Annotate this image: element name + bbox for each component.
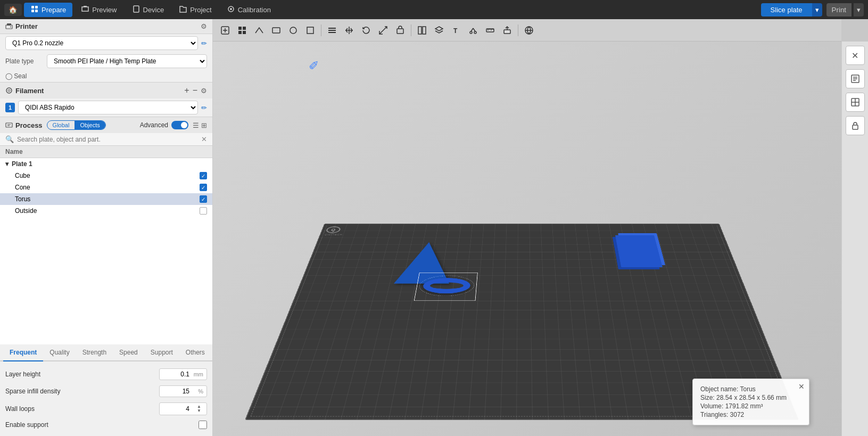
tab-others[interactable]: Others <box>179 344 211 361</box>
info-tooltip-close-button[interactable]: ✕ <box>798 382 805 391</box>
tab-project[interactable]: Project <box>172 3 218 17</box>
svg-point-6 <box>230 8 232 10</box>
slice-plate-button[interactable]: Slice plate <box>761 3 812 17</box>
svg-rect-2 <box>31 10 34 12</box>
toolbar-layers-icon[interactable] <box>431 22 447 38</box>
tree-item-outside[interactable]: Outside <box>0 205 212 217</box>
svg-rect-49 <box>853 125 858 129</box>
right-panel-close-button[interactable]: ✕ <box>846 46 865 65</box>
outside-checkbox[interactable] <box>200 207 207 215</box>
cone-label: Cone <box>15 184 30 191</box>
tab-calibration[interactable]: Calibration <box>220 3 277 17</box>
tab-prepare[interactable]: Prepare <box>24 3 72 17</box>
tree-item-cube[interactable]: Cube ✓ <box>0 170 212 182</box>
torus-checkbox[interactable]: ✓ <box>200 195 207 203</box>
preview-icon <box>81 5 89 15</box>
toolbar-text-icon[interactable]: T <box>448 22 464 38</box>
toggle-objects-button[interactable]: Objects <box>75 121 105 129</box>
cube-object[interactable] <box>615 235 663 267</box>
tree-item-torus[interactable]: Torus ✓ <box>0 193 212 205</box>
filament-select[interactable]: QIDI ABS Rapido <box>18 101 198 114</box>
right-panel-table-button[interactable] <box>846 93 865 112</box>
toggle-global-button[interactable]: Global <box>47 121 75 129</box>
home-button[interactable]: 🏠 <box>4 4 22 16</box>
right-panel-list-button[interactable] <box>846 69 865 88</box>
svg-rect-20 <box>238 31 242 34</box>
advanced-toggle[interactable] <box>171 121 188 129</box>
tab-speed[interactable]: Speed <box>113 344 144 361</box>
toolbar-split-icon[interactable] <box>414 22 430 38</box>
slice-dropdown-button[interactable]: ▾ <box>812 3 822 17</box>
toolbar-scale-icon[interactable] <box>375 22 391 38</box>
sparse-infill-input[interactable] <box>163 388 189 395</box>
layer-height-input[interactable] <box>163 371 189 378</box>
fields-section: Layer height mm Sparse infill density % … <box>0 361 212 436</box>
tree-item-cone[interactable]: Cone ✓ <box>0 182 212 193</box>
info-object-name: Object name: Torus <box>700 385 801 393</box>
tab-preview[interactable]: Preview <box>75 3 123 17</box>
filament-settings-icon[interactable]: ⚙ <box>201 87 207 95</box>
sparse-infill-unit: % <box>198 388 203 394</box>
tree-item-plate1[interactable]: ▾ Plate 1 <box>0 158 212 170</box>
toolbar-plane-icon[interactable] <box>251 22 267 38</box>
tab-device[interactable]: Device <box>126 3 171 17</box>
print-button[interactable]: ▾ <box>854 3 864 17</box>
info-triangles: Triangles: 3072 <box>700 411 801 418</box>
printer-edit-icon[interactable]: ✏ <box>201 39 207 47</box>
logo-ring: Q <box>325 226 342 233</box>
wall-loops-input[interactable] <box>163 405 189 413</box>
enable-support-row: Enable support <box>5 418 207 432</box>
canvas-toolbar: T <box>213 19 841 42</box>
wall-loops-label: Wall loops <box>5 405 159 413</box>
layer-height-input-group: mm <box>159 368 207 380</box>
toolbar-square-icon[interactable] <box>302 22 318 38</box>
svg-rect-4 <box>134 6 139 12</box>
toolbar-lines-icon[interactable] <box>324 22 340 38</box>
print-dropdown-button[interactable]: Print <box>826 3 852 17</box>
cone-checkbox[interactable]: ✓ <box>200 184 207 191</box>
filament-number: 1 <box>5 103 15 112</box>
tab-quality[interactable]: Quality <box>43 344 76 361</box>
toolbar-move-icon[interactable] <box>341 22 357 38</box>
printer-settings-icon[interactable]: ⚙ <box>201 22 207 30</box>
process-settings-icon[interactable]: ⊞ <box>201 121 207 129</box>
wall-loops-row: Wall loops ▲ ▼ <box>5 400 207 418</box>
filament-add-button[interactable]: + <box>184 86 189 95</box>
right-panel: ✕ <box>841 42 868 436</box>
cube-label: Cube <box>15 172 30 179</box>
right-panel-lock-button[interactable] <box>846 116 865 135</box>
svg-rect-39 <box>504 30 510 34</box>
toolbar-grid-icon[interactable] <box>234 22 250 38</box>
toolbar-circle-icon[interactable] <box>285 22 301 38</box>
process-list-icon[interactable]: ☰ <box>193 121 199 129</box>
cube-checkbox[interactable]: ✓ <box>200 172 207 179</box>
svg-text:T: T <box>453 27 458 35</box>
tab-support[interactable]: Support <box>144 344 179 361</box>
tab-frequent[interactable]: Frequent <box>3 344 43 361</box>
filament-remove-button[interactable]: − <box>193 86 197 95</box>
svg-point-23 <box>290 27 296 34</box>
toolbar-world-icon[interactable] <box>521 22 537 38</box>
toolbar-box-icon[interactable] <box>392 22 408 38</box>
process-section: Process Global Objects Advanced ☰ ⊞ <box>0 117 212 133</box>
tab-strength[interactable]: Strength <box>76 344 113 361</box>
search-close-icon[interactable]: ✕ <box>201 135 207 143</box>
project-icon <box>179 5 187 15</box>
filament-section: Filament + − ⚙ 1 QIDI ABS Rapido ✏ <box>0 82 212 117</box>
top-nav: 🏠 Prepare Preview Device Project Calibra… <box>0 0 868 19</box>
process-header: Process Global Objects Advanced ☰ ⊞ <box>0 117 212 133</box>
viewport[interactable]: Q QIDITECH ✏ ✕ Object name: Torus S <box>213 42 841 436</box>
filament-edit-icon[interactable]: ✏ <box>201 104 207 112</box>
toolbar-rotate-icon[interactable] <box>358 22 374 38</box>
toolbar-cut-icon[interactable] <box>465 22 481 38</box>
printer-nozzle-select[interactable]: Q1 Pro 0.2 nozzle <box>5 36 198 50</box>
plate-type-select[interactable]: Smooth PEI Plate / High Temp Plate <box>47 54 207 68</box>
toolbar-fill-icon[interactable] <box>499 22 515 38</box>
wall-loops-decrement[interactable]: ▼ <box>195 409 203 413</box>
toolbar-ruler-icon[interactable] <box>482 22 498 38</box>
enable-support-checkbox[interactable] <box>199 421 207 429</box>
toolbar-add-icon[interactable] <box>217 22 233 38</box>
search-input[interactable] <box>17 136 198 143</box>
process-title: Process <box>5 121 43 129</box>
toolbar-rect-icon[interactable] <box>268 22 284 38</box>
